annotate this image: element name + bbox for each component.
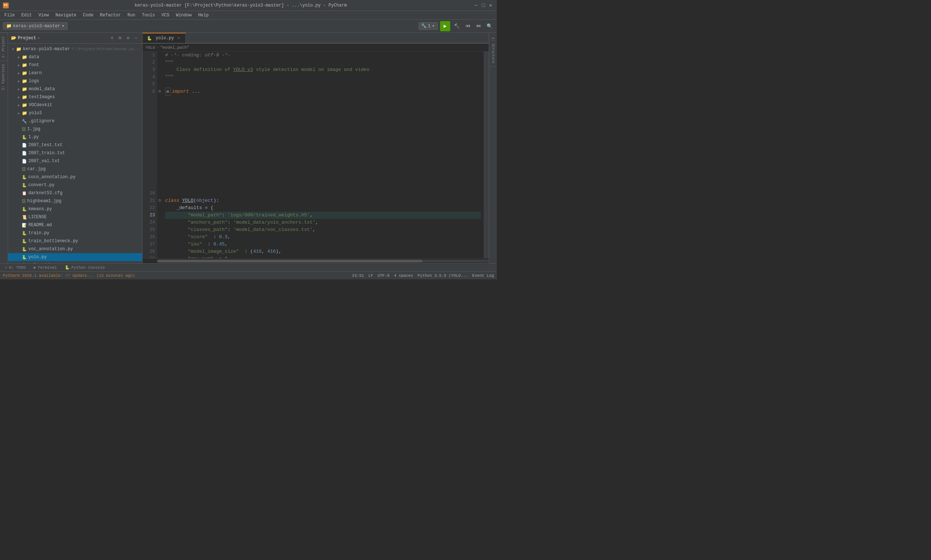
titlebar: PC keras-yolo3-master [F:\Project\Python… [0,0,497,11]
license-file-icon: 📜 [22,215,27,220]
ln-22: 22 [143,205,155,212]
tree-item-2007test[interactable]: 📄 2007_test.txt [8,141,142,149]
code-text-3: Class definition of YOLO_v3 style detect… [165,66,369,74]
tree-item-2007train[interactable]: 📄 2007_train.txt [8,149,142,157]
fold-6[interactable]: ⊟ [157,88,162,95]
minimize-button[interactable]: ─ [473,2,479,9]
fold-21[interactable]: ⊟ [157,197,162,205]
ln-11 [143,125,155,132]
gpu-val: 1 [225,255,228,258]
tree-item-convert[interactable]: 🐍 convert.py [8,181,142,189]
favorites-side-tab[interactable]: 2: Favorites [0,61,8,93]
project-side-tab[interactable]: 1: Project [0,33,8,61]
tree-item-test-images[interactable]: 📁 testImages [8,93,142,101]
menu-item-run[interactable]: Run [125,12,138,18]
status-line-ending[interactable]: LF [368,274,373,278]
expand-all-button[interactable]: ⊞ [117,35,123,42]
tree-item-root[interactable]: 📁 keras-yolo3-master F:\Project\Python\k… [8,45,142,53]
status-indent[interactable]: 4 spaces [394,274,413,278]
status-python[interactable]: Python 3.5.5 (YOLO... [417,274,468,278]
locate-file-button[interactable]: ⊙ [109,35,115,42]
close-button[interactable]: ✕ [487,2,494,9]
project-selector[interactable]: 📁 keras-yolo3-master ▾ [3,22,68,30]
close-panel-button[interactable]: — [133,35,139,42]
maximize-button[interactable]: □ [480,2,486,9]
classes-key: "classes_path" [188,226,227,234]
terminal-tab[interactable]: ▶ Terminal [30,264,60,271]
tree-item-font[interactable]: 📁 font [8,61,142,69]
tree-item-data[interactable]: 📁 data [8,53,142,61]
tree-item-1jpg[interactable]: 🖼 1.jpg [8,125,142,133]
menu-item-refactor[interactable]: Refactor [97,12,124,18]
tree-label-2007train: 2007_train.txt [28,151,65,155]
python-console-tab[interactable]: 🐍 Python Console [61,264,108,271]
ln-26: 26 [143,234,155,241]
model-path-key: "model_path" [188,212,222,219]
status-encoding[interactable]: UTF-8 [377,274,389,278]
code-content[interactable]: # -*- coding: utf-8 -*- """ Class defini… [162,52,484,258]
code-line-20 [165,190,481,197]
event-log-button[interactable]: Event Log [472,274,494,278]
run-config[interactable]: 🔧 1 ▾ [419,22,438,30]
step-forward-button[interactable]: ⏭ [474,22,483,31]
tree-item-kmeans[interactable]: 🐍 kmeans.py [8,205,142,213]
breadcrumb-item-yolo[interactable]: YOLO [145,45,155,50]
menu-item-code[interactable]: Code [80,12,96,18]
tree-item-carjpg[interactable]: 🖼 car.jpg [8,165,142,173]
tree-item-model-data[interactable]: 📁 model_data [8,85,142,93]
tree-arrow-convert [17,183,21,187]
colon-25: : [228,226,234,234]
menu-item-edit[interactable]: Edit [18,12,35,18]
tree-item-yolopy[interactable]: 🐍 yolo.py [8,253,142,261]
code-indent-23 [165,212,188,219]
menu-item-view[interactable]: View [35,12,52,18]
tree-arrow-root [11,47,15,51]
tree-item-gitignore[interactable]: 🔧 .gitignore [8,117,142,125]
horizontal-scrollbar-thumb[interactable] [157,260,423,263]
breadcrumb-item-model-path[interactable]: "model_path" [160,45,189,50]
app-logo: PC [3,3,9,8]
tree-item-license[interactable]: 📜 LICENSE [8,213,142,221]
menu-item-tools[interactable]: Tools [139,12,158,18]
todo-tab[interactable]: ✓ 6: TODO [2,264,29,271]
menu-item-navigate[interactable]: Navigate [52,12,79,18]
menu-item-window[interactable]: Window [173,12,195,18]
code-line-14 [165,146,481,154]
tab-yolopy[interactable]: 🐍 yolo.py × [143,33,186,43]
tree-item-logs[interactable]: 📁 logs [8,77,142,85]
tree-item-yolo-video[interactable]: 🐍 yolo_video.py [8,261,142,263]
terminal-icon: ▶ [34,265,36,270]
tree-item-highbeam[interactable]: 🖼 highbeam1.jpg [8,197,142,205]
run-button[interactable]: ▶ [440,21,450,31]
structure-tab[interactable]: 1: Structure [489,34,496,66]
tree-arrow-readme [17,223,21,227]
search-everywhere-button[interactable]: 🔍 [485,22,494,31]
tree-item-2007val[interactable]: 📄 2007_val.txt [8,157,142,165]
tree-item-learn[interactable]: 📁 Learn [8,69,142,77]
horizontal-scrollbar-track[interactable] [157,260,489,263]
code-line-15 [165,154,481,161]
project-tree: 📁 keras-yolo3-master F:\Project\Python\k… [8,44,142,263]
code-line-1: # -*- coding: utf-8 -*- [165,52,481,59]
build-button[interactable]: 🔨 [452,22,461,31]
tree-item-vocdevkit[interactable]: 📁 VOCdevkit [8,101,142,109]
menu-item-help[interactable]: Help [195,12,212,18]
tree-item-train[interactable]: 🐍 train.py [8,229,142,237]
tree-item-readme[interactable]: 📝 README.md [8,221,142,229]
update-message[interactable]: PyCharm 2020.1 available: // Update... (… [3,274,135,278]
settings-button[interactable]: ⚙ [125,35,131,42]
iou-val: 0.45 [214,241,225,248]
tree-item-darknet[interactable]: 📋 darknet53.cfg [8,189,142,197]
tab-label: yolo.py [155,35,174,41]
tree-item-coco[interactable]: 🐍 coco_annotation.py [8,173,142,181]
fold-import-button[interactable]: ⊞ [165,88,171,95]
menu-item-vcs[interactable]: VCS [159,12,172,18]
tree-item-yolo3[interactable]: 📁 yolo3 [8,109,142,117]
tab-close-button[interactable]: × [176,35,181,41]
step-back-button[interactable]: ⏮ [463,22,472,31]
tree-label-yolopy: yolo.py [28,255,46,260]
tree-item-1py[interactable]: 🐍 1.py [8,133,142,141]
menu-item-file[interactable]: File [2,12,18,18]
tree-item-voc[interactable]: 🐍 voc_annotation.py [8,245,142,253]
tree-item-train-bottleneck[interactable]: 🐍 train_bottleneck.py [8,237,142,245]
